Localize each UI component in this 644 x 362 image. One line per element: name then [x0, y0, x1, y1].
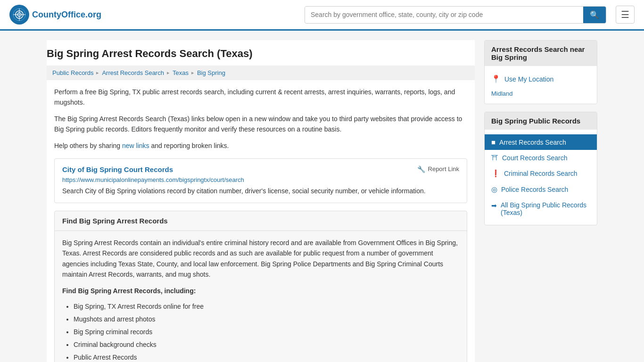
nearby-city-midland[interactable]: Midland: [485, 87, 597, 99]
sidebar-item-label: Criminal Records Search: [504, 170, 578, 177]
content-body: Perform a free Big Spring, TX public arr…: [47, 80, 475, 362]
content-area: Big Spring Arrest Records Search (Texas)…: [47, 40, 475, 362]
sidebar-nearby-header: Arrest Records Search near Big Spring: [485, 41, 597, 66]
page-title: Big Spring Arrest Records Search (Texas): [47, 40, 475, 66]
breadcrumb: Public Records ▸ Arrest Records Search ▸…: [47, 66, 475, 80]
sidebar-nearby-body: 📍 Use My Location Midland: [485, 66, 597, 104]
logo-text: CountyOffice.org: [32, 10, 101, 20]
find-section-body: Big Spring Arrest Records contain an ind…: [55, 231, 467, 362]
list-item: Big Spring criminal records: [74, 327, 459, 337]
bc-sep-1: ▸: [96, 70, 99, 76]
search-bar: 🔍: [305, 6, 606, 24]
header: CountyOffice.org 🔍 ☰: [0, 0, 644, 31]
intro-p3-post: and reporting broken links.: [149, 142, 229, 149]
list-item: Public Arrest Records: [74, 353, 459, 362]
breadcrumb-arrest-records-search[interactable]: Arrest Records Search: [102, 69, 164, 76]
sidebar-item-police-records[interactable]: ◎ Police Records Search: [485, 181, 597, 197]
hamburger-menu-button[interactable]: ☰: [616, 6, 635, 24]
square-icon: ■: [491, 138, 495, 146]
breadcrumb-big-spring[interactable]: Big Spring: [197, 69, 225, 76]
breadcrumb-public-records[interactable]: Public Records: [52, 69, 93, 76]
search-input[interactable]: [305, 7, 583, 22]
exclamation-icon: ❗: [491, 169, 500, 178]
bc-sep-3: ▸: [191, 70, 194, 76]
sidebar-public-records-header: Big Spring Public Records: [485, 112, 597, 130]
list-item: Criminal background checks: [74, 340, 459, 350]
record-card-title[interactable]: City of Big Spring Court Records: [62, 165, 173, 173]
sidebar-item-label: Court Records Search: [502, 154, 568, 162]
logo[interactable]: CountyOffice.org: [9, 5, 101, 25]
sidebar-item-court-records[interactable]: ⛩ Court Records Search: [485, 150, 597, 165]
all-records-label: All Big Spring Public Records (Texas): [501, 201, 590, 216]
new-links-link[interactable]: new links: [122, 142, 149, 149]
sidebar-records-list: ■ Arrest Records Search ⛩ Court Records …: [485, 130, 597, 225]
sidebar-nearby-section: Arrest Records Search near Big Spring 📍 …: [484, 40, 597, 104]
sidebar-all-records-link[interactable]: ➡ All Big Spring Public Records (Texas): [485, 197, 597, 220]
bc-sep-2: ▸: [167, 70, 170, 76]
record-card-header: City of Big Spring Court Records 🔧 Repor…: [62, 165, 459, 173]
report-link-label: Report Link: [428, 165, 459, 173]
intro-paragraph-2: The Big Spring Arrest Records Search (Te…: [54, 114, 467, 135]
intro-paragraph-3: Help others by sharing new links and rep…: [54, 140, 467, 151]
record-card-url[interactable]: https://www.municipalonlinepayments.com/…: [62, 176, 459, 183]
list-item: Big Spring, TX Arrest Records online for…: [74, 302, 459, 312]
record-card: City of Big Spring Court Records 🔧 Repor…: [54, 158, 467, 203]
main-layout: Big Spring Arrest Records Search (Texas)…: [39, 31, 605, 362]
sidebar-public-records-section: Big Spring Public Records ■ Arrest Recor…: [484, 112, 597, 225]
intro-paragraph-1: Perform a free Big Spring, TX public arr…: [54, 87, 467, 108]
find-section: Find Big Spring Arrest Records Big Sprin…: [54, 211, 467, 362]
arrow-icon: ➡: [491, 202, 497, 209]
intro-p3-pre: Help others by sharing: [54, 142, 122, 149]
badge-icon: ◎: [491, 185, 497, 194]
breadcrumb-texas[interactable]: Texas: [173, 69, 189, 76]
report-link-button[interactable]: 🔧 Report Link: [417, 165, 459, 173]
list-item: Mugshots and arrest photos: [74, 314, 459, 324]
wrench-icon: 🔧: [417, 165, 425, 173]
use-my-location-label: Use My Location: [504, 75, 553, 83]
sidebar-item-arrest-records[interactable]: ■ Arrest Records Search: [485, 134, 597, 150]
sidebar-item-criminal-records[interactable]: ❗ Criminal Records Search: [485, 165, 597, 181]
logo-icon: [9, 5, 29, 25]
sidebar: Arrest Records Search near Big Spring 📍 …: [484, 40, 597, 362]
location-pin-icon: 📍: [491, 74, 501, 83]
sidebar-item-label: Arrest Records Search: [499, 139, 566, 146]
record-card-description: Search City of Big Spring violations rec…: [62, 186, 459, 196]
search-icon: 🔍: [590, 11, 599, 19]
court-icon: ⛩: [491, 154, 498, 162]
find-section-header: Find Big Spring Arrest Records: [55, 211, 467, 231]
search-button[interactable]: 🔍: [583, 7, 606, 23]
find-section-including-label: Find Big Spring Arrest Records, includin…: [62, 286, 459, 296]
find-section-paragraph: Big Spring Arrest Records contain an ind…: [62, 238, 459, 280]
hamburger-icon: ☰: [621, 9, 629, 20]
find-section-list: Big Spring, TX Arrest Records online for…: [74, 302, 459, 362]
use-my-location-item[interactable]: 📍 Use My Location: [485, 71, 597, 87]
sidebar-item-label: Police Records Search: [501, 186, 568, 193]
